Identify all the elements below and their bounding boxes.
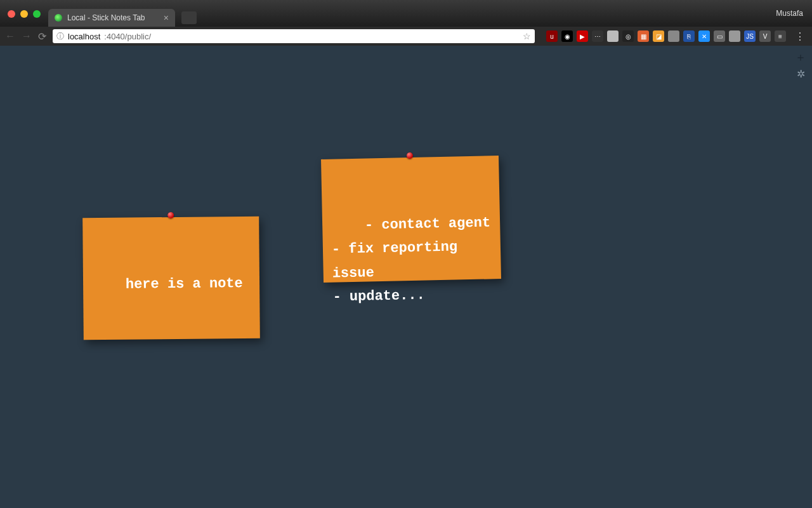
- browser-toolbar: ← → ⟳ ⓘ localhost:4040/public/ ☆ u◉▶⋯◎▦◪…: [0, 27, 812, 46]
- reload-button[interactable]: ⟳: [38, 30, 46, 43]
- extension-ext-target-icon[interactable]: ◎: [622, 30, 634, 42]
- extensions-bar: u◉▶⋯◎▦◪⎘✕▭JSV≡: [546, 30, 786, 42]
- page-canvas[interactable]: ＋ ✲ here is a note - contact agent - fix…: [0, 46, 812, 508]
- extension-ext-grid-icon[interactable]: ▦: [638, 30, 649, 42]
- tab-close-icon[interactable]: ×: [164, 13, 169, 22]
- extension-ext-blue2-icon[interactable]: ✕: [698, 30, 710, 42]
- sticky-note-text[interactable]: - contact agent - fix reporting issue - …: [332, 215, 491, 305]
- extension-ext-eye-icon[interactable]: ◉: [561, 30, 573, 42]
- tab-favicon: [55, 14, 62, 22]
- add-note-button[interactable]: ＋: [794, 51, 807, 64]
- back-button[interactable]: ←: [5, 30, 15, 42]
- address-bar[interactable]: ⓘ localhost:4040/public/ ☆: [53, 29, 535, 43]
- browser-menu-icon[interactable]: ⋮: [792, 30, 808, 43]
- browser-tab[interactable]: Local - Stick Notes Tab ×: [48, 9, 175, 27]
- extension-ext-circle-icon[interactable]: [607, 30, 619, 42]
- sticky-note[interactable]: - contact agent - fix reporting issue - …: [321, 156, 501, 283]
- url-path: :4040/public/: [104, 32, 151, 41]
- window-controls: [0, 10, 48, 27]
- settings-button[interactable]: ✲: [794, 67, 807, 80]
- extension-ext-js-icon[interactable]: JS: [744, 30, 756, 42]
- browser-tab-strip: Local - Stick Notes Tab × Mustafa: [0, 0, 812, 27]
- pin-icon: [167, 212, 174, 218]
- sticky-note-text[interactable]: here is a note: [126, 276, 243, 293]
- pin-icon: [407, 152, 413, 159]
- url-host: localhost: [68, 32, 100, 41]
- extension-ext-lines-icon[interactable]: ≡: [775, 30, 786, 42]
- extension-ext-gray2-icon[interactable]: ▭: [714, 30, 725, 42]
- profile-name[interactable]: Mustafa: [776, 9, 812, 27]
- tab-title: Local - Stick Notes Tab: [67, 13, 145, 22]
- bookmark-star-icon[interactable]: ☆: [523, 31, 531, 41]
- page-controls: ＋ ✲: [794, 51, 807, 80]
- extension-ext-gray1-icon[interactable]: [668, 30, 679, 42]
- window-close-button[interactable]: [8, 10, 15, 18]
- extension-ublock-icon[interactable]: u: [546, 30, 558, 42]
- extension-youtube-icon[interactable]: ▶: [577, 30, 588, 42]
- extension-ext-v-icon[interactable]: V: [759, 30, 771, 42]
- window-minimize-button[interactable]: [20, 10, 28, 18]
- sticky-note[interactable]: here is a note: [82, 217, 260, 340]
- extension-ext-dots-icon[interactable]: ⋯: [592, 30, 603, 42]
- extension-ext-orange-icon[interactable]: ◪: [653, 30, 664, 42]
- extension-ext-gray3-icon[interactable]: [729, 30, 740, 42]
- window-maximize-button[interactable]: [33, 10, 41, 18]
- site-info-icon[interactable]: ⓘ: [56, 31, 64, 42]
- new-tab-button[interactable]: [181, 11, 197, 24]
- extension-ext-blue1-icon[interactable]: ⎘: [683, 30, 695, 42]
- forward-button[interactable]: →: [22, 30, 32, 42]
